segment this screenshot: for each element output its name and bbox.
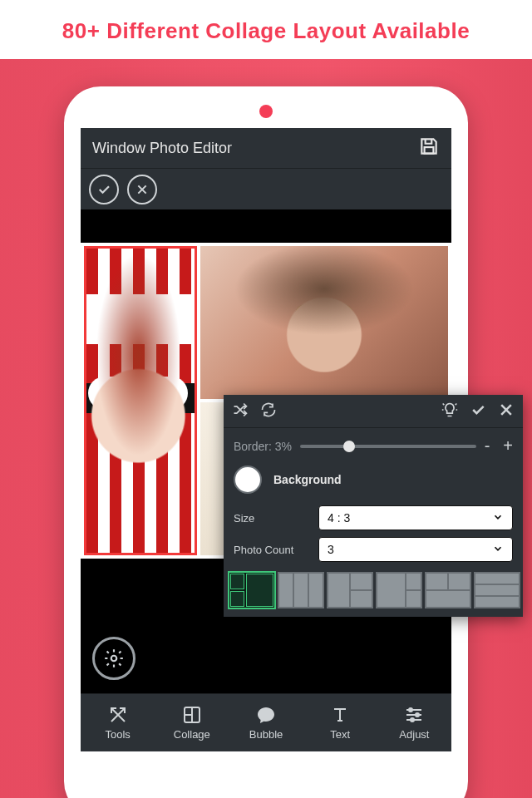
save-icon[interactable] xyxy=(418,135,440,161)
lightbulb-icon[interactable] xyxy=(441,401,458,421)
collage-cell-1[interactable] xyxy=(200,246,448,399)
confirm-button[interactable] xyxy=(89,175,119,204)
cancel-button[interactable] xyxy=(127,175,157,204)
border-slider[interactable] xyxy=(300,445,476,448)
background-label: Background xyxy=(273,473,342,486)
photo-count-label: Photo Count xyxy=(234,544,308,556)
settings-button[interactable] xyxy=(92,637,135,680)
size-label: Size xyxy=(234,512,308,525)
app-header: Window Photo Editor xyxy=(81,128,451,168)
layout-thumbnails xyxy=(224,565,523,617)
background-row[interactable]: Background xyxy=(224,461,523,502)
chevron-down-icon xyxy=(492,543,504,557)
nav-adjust[interactable]: Adjust xyxy=(377,694,451,751)
app-title: Window Photo Editor xyxy=(92,140,232,157)
border-minus-button[interactable]: - xyxy=(485,436,490,456)
refresh-icon[interactable] xyxy=(260,401,277,421)
collage-settings-panel: Border: 3% - + Background Size 4 : 3 Pho… xyxy=(224,395,523,617)
svg-rect-0 xyxy=(425,147,434,154)
svg-point-1 xyxy=(111,656,117,662)
layout-option[interactable] xyxy=(474,572,520,608)
size-value: 4 : 3 xyxy=(328,511,350,525)
photo-count-value: 3 xyxy=(328,543,334,556)
nav-label: Text xyxy=(330,728,350,741)
photo-count-dropdown[interactable]: 3 xyxy=(318,537,513,562)
action-subbar xyxy=(81,168,451,209)
layout-option[interactable] xyxy=(278,572,324,608)
size-dropdown[interactable]: 4 : 3 xyxy=(318,505,513,530)
nav-label: Tools xyxy=(105,728,130,741)
border-row: Border: 3% - + xyxy=(224,428,523,461)
nav-bubble[interactable]: Bubble xyxy=(229,694,303,751)
promo-headline: 80+ Different Collage Layout Available xyxy=(0,0,532,59)
close-icon[interactable] xyxy=(498,401,515,421)
size-row: Size 4 : 3 xyxy=(224,502,523,534)
nav-label: Collage xyxy=(174,728,210,741)
nav-tools[interactable]: Tools xyxy=(81,694,155,751)
background-swatch[interactable] xyxy=(234,466,262,494)
panel-toolbar xyxy=(224,395,523,428)
shuffle-icon[interactable] xyxy=(232,401,249,421)
layout-option[interactable] xyxy=(327,572,373,608)
svg-point-3 xyxy=(409,708,412,712)
layout-option[interactable] xyxy=(425,572,471,608)
svg-point-5 xyxy=(411,718,414,722)
svg-point-4 xyxy=(416,713,419,717)
nav-label: Adjust xyxy=(399,728,429,741)
layout-option[interactable] xyxy=(229,572,275,608)
layout-option[interactable] xyxy=(376,572,422,608)
chevron-down-icon xyxy=(492,511,504,525)
collage-cell-selected[interactable] xyxy=(84,246,197,555)
border-label: Border: 3% xyxy=(234,440,292,453)
border-plus-button[interactable]: + xyxy=(503,436,513,456)
bottom-nav: Tools Collage Bubble Text Adjust xyxy=(81,693,451,751)
photo-count-row: Photo Count 3 xyxy=(224,534,523,565)
apply-icon[interactable] xyxy=(470,401,486,421)
nav-label: Bubble xyxy=(249,728,283,741)
nav-text[interactable]: Text xyxy=(303,694,377,751)
nav-collage[interactable]: Collage xyxy=(155,694,229,751)
